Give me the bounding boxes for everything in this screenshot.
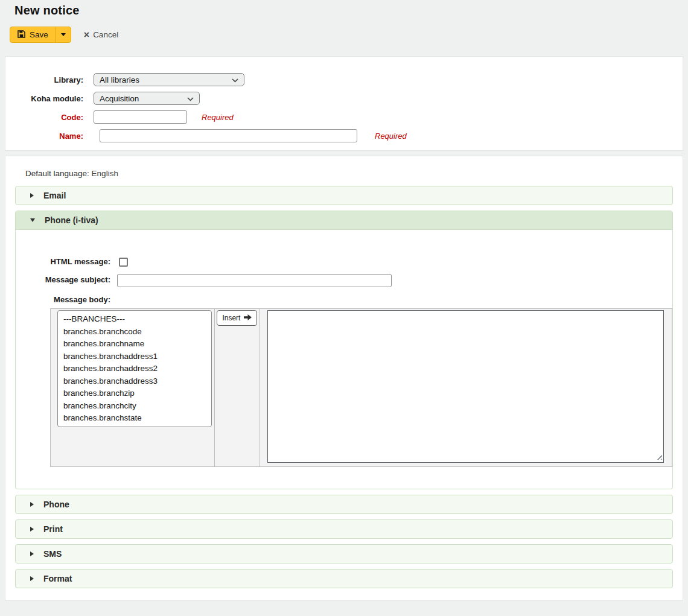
save-split-button: Save bbox=[10, 27, 71, 43]
arrow-right-icon bbox=[244, 314, 252, 322]
field-list-option[interactable]: branches.branchstate bbox=[58, 412, 211, 425]
save-floppy-icon bbox=[18, 30, 25, 40]
default-language-label: Default language: bbox=[25, 169, 89, 178]
triangle-right-icon bbox=[30, 576, 34, 581]
triangle-down-icon bbox=[30, 218, 35, 222]
field-list-option[interactable]: branches.branchzip bbox=[58, 387, 211, 400]
insert-button[interactable]: Insert bbox=[217, 310, 257, 326]
triangle-right-icon bbox=[30, 527, 34, 532]
save-button-label: Save bbox=[30, 30, 48, 39]
save-button[interactable]: Save bbox=[10, 27, 56, 42]
html-message-checkbox[interactable] bbox=[119, 258, 128, 267]
section-header-sms[interactable]: SMS bbox=[15, 544, 673, 564]
library-label: Library: bbox=[5, 73, 83, 84]
html-message-row: HTML message: bbox=[26, 257, 672, 267]
insert-cell: Insert bbox=[214, 309, 260, 467]
field-list-option[interactable]: branches.branchaddress2 bbox=[58, 363, 211, 375]
triangle-right-icon bbox=[30, 193, 34, 198]
code-label: Code: bbox=[5, 110, 83, 122]
close-x-icon: × bbox=[84, 30, 89, 40]
field-list-option[interactable]: branches.branchcity bbox=[58, 400, 211, 413]
default-language-line: Default language: English bbox=[25, 169, 678, 178]
message-body-editor: ---BRANCHES---branches.branchcodebranche… bbox=[50, 308, 672, 467]
message-subject-label: Message subject: bbox=[26, 274, 110, 285]
name-label: Name: bbox=[5, 129, 83, 141]
cancel-label: Cancel bbox=[93, 30, 118, 39]
koha-module-select-value: Acquisition bbox=[100, 94, 139, 103]
triangle-right-icon bbox=[30, 551, 34, 556]
field-list-option[interactable]: ---BRANCHES--- bbox=[58, 313, 211, 326]
section-label-format: Format bbox=[43, 574, 72, 583]
message-body-textarea[interactable] bbox=[267, 310, 664, 463]
textarea-cell bbox=[260, 309, 672, 467]
message-body-label: Message body: bbox=[26, 295, 110, 304]
name-row: Name: Required bbox=[5, 129, 683, 142]
library-select[interactable]: All libraries bbox=[94, 73, 244, 86]
section-header-format[interactable]: Format bbox=[15, 569, 673, 588]
field-list-option[interactable]: branches.branchname bbox=[58, 338, 211, 351]
koha-module-row: Koha module: Acquisition bbox=[5, 92, 683, 105]
section-label-phone: Phone bbox=[43, 500, 69, 509]
section-header-phone-itiva[interactable]: Phone (i-tiva) bbox=[16, 211, 672, 230]
page-title: New notice bbox=[0, 0, 688, 17]
section-label-phone-itiva: Phone (i-tiva) bbox=[45, 215, 98, 225]
cancel-button[interactable]: × Cancel bbox=[84, 30, 118, 40]
save-dropdown-toggle[interactable] bbox=[56, 27, 71, 42]
html-message-label: HTML message: bbox=[26, 257, 110, 266]
section-label-print: Print bbox=[43, 524, 63, 534]
name-input[interactable] bbox=[100, 129, 357, 142]
notice-details-panel: Library: All libraries Koha module: Acqu… bbox=[5, 56, 683, 151]
default-language-value: English bbox=[92, 169, 118, 178]
field-list-cell: ---BRANCHES---branches.branchcodebranche… bbox=[51, 309, 215, 467]
insert-button-label: Insert bbox=[222, 314, 240, 322]
section-label-email: Email bbox=[43, 191, 66, 200]
field-list-option[interactable]: branches.branchaddress3 bbox=[58, 375, 211, 388]
section-header-email[interactable]: Email bbox=[15, 186, 673, 205]
phone-itiva-body: HTML message: Message subject: Message b… bbox=[16, 230, 672, 489]
message-body-label-row: Message body: bbox=[26, 295, 672, 304]
caret-down-icon bbox=[61, 33, 66, 36]
name-required-hint: Required bbox=[375, 129, 407, 141]
toolbar: Save × Cancel bbox=[10, 27, 688, 43]
message-subject-row: Message subject: bbox=[26, 274, 672, 287]
notice-content-panel: Default language: English Email Phone (i… bbox=[5, 156, 683, 601]
section-label-sms: SMS bbox=[43, 549, 62, 559]
database-fields-listbox[interactable]: ---BRANCHES---branches.branchcodebranche… bbox=[57, 310, 212, 427]
library-select-value: All libraries bbox=[100, 75, 139, 84]
code-row: Code: Required bbox=[5, 110, 683, 124]
field-list-option[interactable]: branches.branchcode bbox=[58, 326, 211, 338]
triangle-right-icon bbox=[30, 502, 34, 507]
section-phone-itiva: Phone (i-tiva) HTML message: Message sub… bbox=[15, 211, 673, 489]
section-header-print[interactable]: Print bbox=[15, 519, 673, 539]
chevron-down-icon bbox=[187, 94, 194, 103]
field-list-option[interactable]: branches.branchaddress1 bbox=[58, 351, 211, 363]
message-subject-input[interactable] bbox=[117, 274, 392, 287]
library-row: Library: All libraries bbox=[5, 73, 683, 86]
code-input[interactable] bbox=[94, 110, 187, 124]
section-header-phone[interactable]: Phone bbox=[15, 495, 673, 514]
chevron-down-icon bbox=[232, 75, 238, 84]
code-required-hint: Required bbox=[202, 110, 234, 122]
koha-module-select[interactable]: Acquisition bbox=[94, 92, 200, 105]
koha-module-label: Koha module: bbox=[5, 92, 83, 103]
